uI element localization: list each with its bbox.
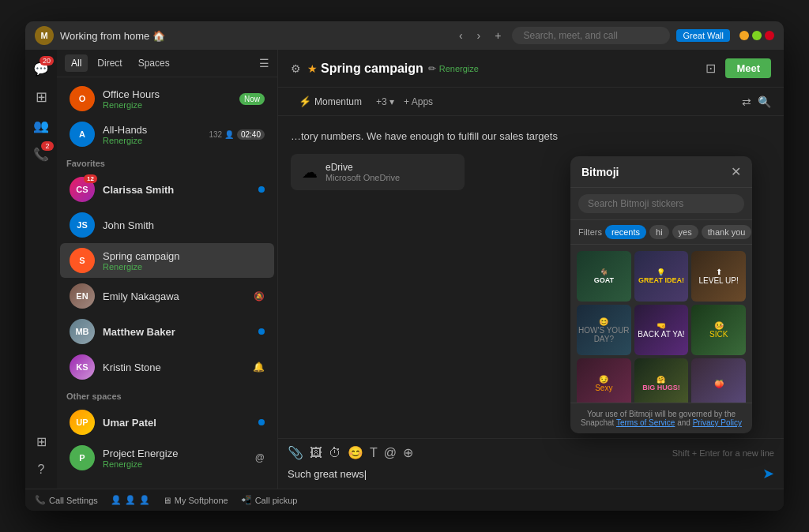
softphone[interactable]: 🖥 My Softphone	[163, 496, 228, 505]
avatar: CS 12	[70, 177, 95, 202]
tab-all[interactable]: All	[65, 54, 88, 72]
add-apps-button[interactable]: + Apps	[404, 96, 433, 107]
header-actions: ⊡ Meet	[702, 58, 771, 79]
avatar: EN	[70, 283, 95, 309]
mention-icon[interactable]: ⊕	[403, 445, 413, 460]
list-item[interactable]: MB Matthew Baker	[60, 314, 274, 349]
people-status[interactable]: 👤 👤 👤	[111, 495, 150, 505]
main-window: M Working from home 🏠 ‹ › + Great Wall 💬…	[25, 21, 784, 511]
favorites-label: Favorites	[57, 152, 277, 171]
bitmoji-popup: Bitmoji ✕ Filters recents hi yes thank y…	[570, 156, 752, 433]
at-compose-icon[interactable]: @	[384, 446, 397, 460]
chat-name: Office Hours	[103, 88, 239, 100]
list-item[interactable]: P Project Energize Renergize @	[60, 440, 274, 475]
filter-tab-icon[interactable]: ⇄	[742, 96, 751, 108]
sticker-cell[interactable]: 🤜BACK AT YA!	[634, 305, 689, 355]
sidebar-container: 💬 20 ⊞ 👥 📞 2 ⊞ ?	[25, 50, 278, 489]
sticker-cell[interactable]: 🐐GOAT	[577, 251, 631, 302]
list-item-spring-campaign[interactable]: S Spring campaign Renergize	[60, 243, 274, 278]
close-button[interactable]	[765, 31, 774, 40]
chat-name: Spring campaign	[103, 250, 265, 262]
chat-meta: Now	[239, 93, 265, 105]
send-button[interactable]: ➤	[762, 465, 774, 482]
people-icon: 👥	[33, 118, 49, 133]
sticker-cell[interactable]: 😏Sexy	[577, 358, 631, 403]
bitmoji-close-button[interactable]: ✕	[731, 164, 741, 179]
list-item[interactable]: EN Emily Nakagawa 🔕	[60, 279, 274, 313]
tos-link[interactable]: Terms of Service	[616, 418, 675, 427]
more-tabs-button[interactable]: +3 ▾	[373, 93, 397, 111]
sidebar-icon-teams[interactable]: ⊞	[28, 84, 54, 110]
edit-icon[interactable]: ✏	[428, 63, 436, 74]
list-item[interactable]: CS 12 Clarissa Smith	[60, 172, 274, 207]
sidebar-icon-calls[interactable]: 📞 2	[28, 141, 54, 167]
filter-thank-you[interactable]: thank you	[702, 225, 752, 239]
teams-icon: ⊞	[36, 88, 47, 106]
chat-meta	[258, 186, 265, 193]
search-input[interactable]	[512, 27, 670, 44]
search-tab-icon[interactable]: 🔍	[758, 96, 771, 108]
counter-icon[interactable]: ⏱	[329, 446, 341, 460]
drive-card[interactable]: ☁ eDrive Microsoft OneDrive	[291, 154, 465, 190]
titlebar: M Working from home 🏠 ‹ › + Great Wall	[25, 21, 784, 50]
badge: Great Wall	[676, 29, 730, 42]
sticker-cell[interactable]: 🤒SICK	[691, 305, 746, 355]
chat-name: Kristin Stone	[103, 362, 253, 373]
sticker-cell[interactable]: 🤗BIG HUGS!	[634, 358, 689, 403]
sidebar-icon-people[interactable]: 👥	[28, 113, 54, 138]
chat-meta: 🔔	[253, 362, 265, 373]
statusbar: 📞 Call Settings 👤 👤 👤 🖥 My Softphone 📲 C…	[25, 489, 784, 511]
filter-recents[interactable]: recents	[605, 225, 646, 239]
list-item[interactable]: UP Umar Patel	[60, 405, 274, 440]
bitmoji-footer: Your use of Bitmoji will be governed by …	[570, 403, 752, 433]
settings-icon[interactable]: ⚙	[291, 62, 301, 75]
star-icon[interactable]: ★	[307, 62, 318, 75]
sticker-cell[interactable]: 💡GREAT IDEA!	[634, 251, 689, 302]
chat-sub: Renergize	[103, 262, 265, 272]
at-icon: @	[255, 452, 265, 463]
sticker-cell[interactable]: ⬆LEVEL UP!	[691, 251, 746, 302]
filter-icon[interactable]: ☰	[259, 57, 269, 69]
message-text: …tory numbers. We have enough to fulfill…	[291, 129, 771, 144]
meet-button[interactable]: Meet	[725, 58, 771, 78]
minimize-button[interactable]	[739, 31, 749, 40]
tab-momentum[interactable]: ⚡ Momentum	[291, 92, 370, 111]
compose-input-row: ➤	[288, 465, 774, 482]
new-chat-button[interactable]: +	[490, 28, 506, 43]
drive-icon: ☁	[302, 163, 318, 182]
sidebar-icon-chat[interactable]: 💬 20	[28, 56, 54, 81]
tab-direct[interactable]: Direct	[91, 54, 128, 72]
gif-icon[interactable]: 🖼	[310, 446, 322, 460]
list-item[interactable]: O Office Hours Renergize Now	[60, 81, 274, 116]
tab-spaces[interactable]: Spaces	[132, 54, 176, 72]
back-button[interactable]: ‹	[454, 28, 468, 43]
list-item[interactable]: JS John Smith	[60, 208, 274, 242]
unread-badge: 12	[84, 174, 97, 183]
sidebar-tabs: All Direct Spaces ☰	[57, 50, 277, 77]
drive-name: eDrive	[325, 162, 453, 173]
maximize-button[interactable]	[752, 31, 762, 40]
sticker-cell[interactable]: 🍑	[691, 358, 746, 403]
momentum-icon: ⚡	[299, 96, 311, 107]
share-button[interactable]: ⊡	[702, 58, 719, 79]
bitmoji-search-input[interactable]	[578, 194, 744, 213]
sidebar-icon-help[interactable]: ?	[28, 457, 54, 482]
avatar: KS	[70, 354, 95, 380]
bitmoji-title: Bitmoji	[581, 166, 619, 178]
filter-yes[interactable]: yes	[672, 225, 698, 239]
list-item[interactable]: A All-Hands Renergize 132 👤 02:40	[60, 117, 274, 152]
format-icon[interactable]: T	[370, 446, 378, 460]
filter-hi[interactable]: hi	[649, 225, 669, 239]
attach-icon[interactable]: 📎	[288, 445, 303, 460]
compose-input[interactable]	[288, 468, 762, 480]
avatar: MB	[70, 319, 95, 344]
call-settings[interactable]: 📞 Call Settings	[35, 495, 98, 505]
pickup-icon: 📲	[241, 495, 252, 505]
forward-button[interactable]: ›	[472, 28, 486, 43]
list-item[interactable]: KS Kristin Stone 🔔	[60, 350, 274, 384]
sidebar-icon-apps[interactable]: ⊞	[28, 429, 54, 454]
call-pickup[interactable]: 📲 Call pickup	[241, 495, 298, 505]
sticker-cell[interactable]: 😊HOW'S YOUR DAY?	[577, 305, 631, 355]
emoji-icon[interactable]: 😊	[348, 445, 363, 460]
privacy-link[interactable]: Privacy Policy	[693, 418, 742, 427]
